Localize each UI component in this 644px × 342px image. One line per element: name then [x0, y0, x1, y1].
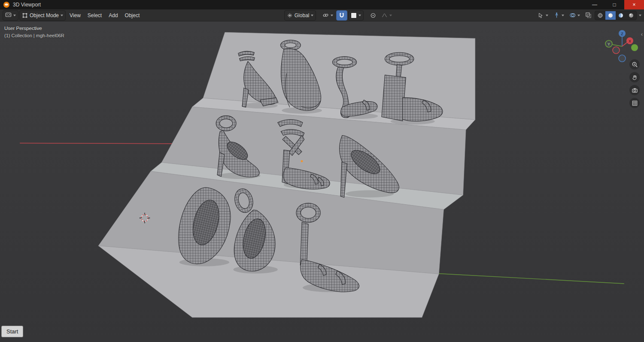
viewport-canvas[interactable]: [0, 21, 644, 342]
navigation-gizmo[interactable]: Z X Y: [604, 26, 641, 63]
chevron-down-icon: [331, 15, 333, 16]
chevron-down-icon: [61, 15, 63, 16]
viewport-3d: User Perspective (1) Collection | mgh-he…: [0, 21, 644, 342]
mode-dropdown[interactable]: Object Mode: [19, 10, 66, 21]
chevron-down-icon: [13, 15, 16, 16]
chevron-down-icon: [358, 15, 361, 16]
material-sphere-icon: [618, 12, 624, 18]
editor-type-icon: [5, 12, 12, 18]
show-overlays-dropdown[interactable]: [567, 11, 582, 20]
menu-view[interactable]: View: [67, 12, 84, 19]
snap-toggle[interactable]: [336, 10, 347, 21]
menu-add[interactable]: Add: [106, 12, 121, 19]
orientation-label: Global: [295, 12, 310, 18]
snap-target-swatch: [351, 12, 357, 18]
y-axis-line: [438, 274, 624, 284]
blender-logo-icon[interactable]: [3, 2, 9, 8]
chevron-down-icon: [577, 15, 580, 16]
magnifier-icon: [632, 61, 638, 68]
snap-settings-dropdown[interactable]: [348, 10, 364, 21]
toggle-xray-button[interactable]: [583, 11, 594, 20]
cursor-arrow-icon: [538, 12, 544, 18]
gizmo-y-neg-axis[interactable]: [631, 44, 638, 51]
shading-material-button[interactable]: [616, 11, 626, 20]
view-perspective-label: User Perspective: [4, 25, 64, 32]
menu-select[interactable]: Select: [85, 12, 105, 19]
menu-object[interactable]: Object: [122, 12, 143, 19]
transform-orientation-dropdown[interactable]: Global: [284, 10, 316, 21]
wireframe-sphere-icon: [597, 12, 603, 18]
xray-icon: [585, 12, 592, 18]
hand-icon: [632, 74, 638, 81]
gizmo-x-neg-axis[interactable]: [613, 47, 620, 54]
shading-options-chevron-icon[interactable]: [639, 15, 641, 16]
shading-solid-button[interactable]: [605, 11, 616, 20]
falloff-curve-icon: [381, 12, 388, 18]
zoom-button[interactable]: [629, 59, 640, 70]
shading-rendered-button[interactable]: [626, 11, 636, 20]
overlays-icon: [569, 12, 576, 18]
shading-mode-group: [595, 11, 637, 20]
proportional-editing-toggle[interactable]: [368, 11, 378, 20]
chevron-down-icon: [311, 15, 313, 16]
gizmo-x-label: X: [629, 39, 631, 43]
sidebar-toggle[interactable]: ‹: [640, 30, 644, 38]
window-title: 3D Viewport: [13, 2, 41, 8]
chevron-down-icon: [562, 15, 564, 16]
window-titlebar: 3D Viewport — □ ×: [0, 0, 644, 9]
mode-dropdown-label: Object Mode: [30, 12, 59, 18]
pan-button[interactable]: [629, 72, 640, 82]
proportional-falloff-dropdown[interactable]: [379, 11, 394, 20]
select-tool-dropdown[interactable]: [536, 11, 550, 20]
start-button[interactable]: Start: [1, 326, 23, 337]
orthographic-toggle-button[interactable]: [629, 98, 640, 108]
viewport-header: Object Mode View Select Add Object Globa…: [0, 9, 644, 21]
camera-view-button[interactable]: [629, 85, 640, 95]
grid-icon: [632, 100, 638, 106]
viewport-info: User Perspective (1) Collection | mgh-he…: [4, 25, 64, 39]
breadcrumb: (1) Collection | mgh-heel06R: [4, 32, 64, 39]
shading-wireframe-button[interactable]: [595, 11, 605, 20]
pivot-point-dropdown[interactable]: [320, 11, 335, 20]
pivot-link-icon: [322, 12, 329, 18]
chevron-down-icon: [389, 15, 392, 16]
camera-icon: [632, 87, 638, 94]
gizmo-z-label: Z: [621, 32, 623, 36]
viewport-side-tools: [629, 59, 640, 108]
orientation-globe-icon: [287, 12, 293, 18]
close-button[interactable]: ×: [624, 0, 644, 9]
proportional-circle-icon: [370, 12, 376, 18]
magnet-icon: [339, 12, 345, 18]
gizmo-y-label: Y: [608, 42, 610, 46]
editor-type-selector[interactable]: [3, 10, 18, 21]
solid-sphere-icon: [608, 12, 614, 18]
rendered-sphere-icon: [628, 12, 634, 18]
show-gizmos-dropdown[interactable]: [551, 11, 566, 20]
object-mode-icon: [22, 12, 28, 18]
gizmo-icon: [553, 12, 560, 18]
maximize-button[interactable]: □: [605, 0, 624, 9]
chevron-down-icon: [546, 15, 548, 16]
object-origin-dot: [301, 160, 303, 162]
minimize-button[interactable]: —: [585, 0, 605, 9]
gizmo-z-neg-axis[interactable]: [619, 55, 626, 62]
